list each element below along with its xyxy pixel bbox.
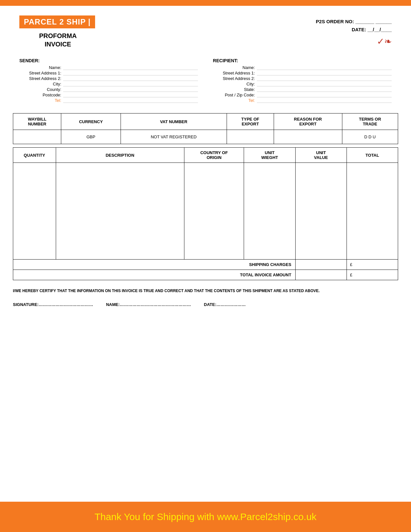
col-waybill: WAYBILLNUMBER <box>13 113 61 130</box>
logo-text: PARCEL 2 SHIP <box>24 17 86 26</box>
sender-postcode-label: Postcode: <box>19 93 61 97</box>
total-value-cell: £ <box>347 270 398 280</box>
shipping-charges-row: SHIPPING CHARGES £ <box>13 260 398 270</box>
qty-1 <box>13 163 56 260</box>
unit-value-1 <box>295 163 347 260</box>
desc-1 <box>56 163 184 260</box>
invoice-title: PROFORMA INVOICE <box>39 32 77 48</box>
recipient-zip-label: Post / Zip Code: <box>213 93 255 97</box>
col-currency: CURRENCY <box>61 113 121 130</box>
waybill-value <box>13 130 61 144</box>
col-type-export: TYPE OFEXPORT <box>227 113 274 130</box>
col-vat: VAT NUMBER <box>121 113 227 130</box>
recipient-city-label: City: <box>213 82 255 86</box>
col-unit-weight: UNITWIEGHT <box>244 148 295 163</box>
col-reason-export: REASON FOREXPORT <box>274 113 342 130</box>
shipping-charges-label: SHIPPING CHARGES <box>13 260 296 270</box>
sender-tel-value <box>63 98 198 103</box>
total-invoice-label: TOTAL INVOICE AMOUNT <box>13 270 296 280</box>
recipient-name-label: Name: <box>213 65 255 70</box>
certification-section: I/WE HEREBY CERTIFY THAT THE INFORMATION… <box>0 283 411 297</box>
recipient-tel-label: Tel: <box>213 98 255 103</box>
order-date-section: P2S ORDER NO: _______ ______ DATE: __/__… <box>316 15 392 47</box>
col-country-origin: COUNTRY OFORIGIN <box>184 148 244 163</box>
recipient-label: RECIPIENT: <box>213 58 392 63</box>
sender-name-value <box>63 65 198 70</box>
recipient-name-value <box>257 65 392 70</box>
upper-table-data-row: GBP NOT VAT REGISTERED D D U <box>13 130 398 144</box>
col-description: DESCRIPTION <box>56 148 184 163</box>
certification-text: I/WE HEREBY CERTIFY THAT THE INFORMATION… <box>13 288 398 294</box>
recipient-state-value <box>257 87 392 92</box>
recipient-block: RECIPIENT: Name: Street Address 1: Stree… <box>213 58 392 103</box>
sender-street2-value <box>63 76 198 81</box>
items-table-container: QUANTITY DESCRIPTION COUNTRY OFORIGIN UN… <box>0 147 411 283</box>
sender-name-label: Name: <box>19 65 61 70</box>
recipient-tel-row: Tel: <box>213 98 392 103</box>
currency-value: GBP <box>61 130 121 144</box>
sender-street2-label: Street Address 2: <box>19 76 61 81</box>
col-quantity: QUANTITY <box>13 148 56 163</box>
upper-table-container: WAYBILLNUMBER CURRENCY VAT NUMBER TYPE O… <box>0 107 411 147</box>
top-orange-bar <box>0 0 411 6</box>
sender-name-row: Name: <box>19 65 198 70</box>
recipient-street1-label: Street Address 1: <box>213 71 255 75</box>
logo-pipe: | <box>86 17 91 26</box>
origin-1 <box>184 163 244 260</box>
sender-county-row: County: <box>19 87 198 92</box>
recipient-street2-label: Street Address 2: <box>213 76 255 81</box>
recipient-city-value <box>257 82 392 86</box>
sender-city-label: City: <box>19 82 61 86</box>
col-terms: TERMS ORTRADE <box>342 113 398 130</box>
type-export-value <box>227 130 274 144</box>
recipient-tel-value <box>257 98 392 103</box>
recipient-zip-row: Post / Zip Code: <box>213 93 392 97</box>
total-weight-cell <box>295 270 347 280</box>
recipient-street1-value <box>257 71 392 75</box>
sender-tel-label: Tel: <box>19 98 61 103</box>
logo: PARCEL 2 SHIP | <box>19 15 96 28</box>
recipient-state-label: State: <box>213 87 255 92</box>
recipient-state-row: State: <box>213 87 392 92</box>
total-invoice-row: TOTAL INVOICE AMOUNT £ <box>13 270 398 280</box>
sender-street1-row: Street Address 1: <box>19 71 198 75</box>
sender-city-value <box>63 82 198 86</box>
sender-street2-row: Street Address 2: <box>19 76 198 81</box>
shipping-value-cell: £ <box>347 260 398 270</box>
recipient-street2-value <box>257 76 392 81</box>
sender-city-row: City: <box>19 82 198 86</box>
sender-tel-row: Tel: <box>19 98 198 103</box>
recipient-name-row: Name: <box>213 65 392 70</box>
sender-county-value <box>63 87 198 92</box>
logo-section: PARCEL 2 SHIP | PROFORMA INVOICE <box>19 15 96 48</box>
recipient-street2-row: Street Address 2: <box>213 76 392 81</box>
sender-street1-label: Street Address 1: <box>19 71 61 75</box>
items-data-row-1 <box>13 163 398 260</box>
terms-value: D D U <box>342 130 398 144</box>
order-number-line: P2S ORDER NO: _______ ______ <box>316 19 392 24</box>
signature-decoration-icon: ✓❧ <box>316 36 392 47</box>
col-total: TOTAL <box>347 148 398 163</box>
signature-line: SIGNATURE:………………………………… NAME:……………………………… <box>0 297 411 313</box>
recipient-zip-value <box>257 93 392 97</box>
sender-county-label: County: <box>19 87 61 92</box>
items-header-row: QUANTITY DESCRIPTION COUNTRY OFORIGIN UN… <box>13 148 398 163</box>
sender-street1-value <box>63 71 198 75</box>
footer-bar: Thank You for Shipping with www.Parcel2s… <box>0 502 411 532</box>
vat-value: NOT VAT REGISTERED <box>121 130 227 144</box>
recipient-street1-row: Street Address 1: <box>213 71 392 75</box>
upper-table-header-row: WAYBILLNUMBER CURRENCY VAT NUMBER TYPE O… <box>13 113 398 130</box>
recipient-city-row: City: <box>213 82 392 86</box>
unit-weight-1 <box>244 163 295 260</box>
col-unit-value: UNITVALUE <box>295 148 347 163</box>
sender-postcode-value <box>63 93 198 97</box>
addresses-section: SENDER: Name: Street Address 1: Street A… <box>0 52 411 107</box>
reason-export-value <box>274 130 342 144</box>
signature-field-label: SIGNATURE:………………………………… <box>13 302 93 307</box>
triangle-pointer-container <box>0 313 411 320</box>
thank-you-text: Thank You for Shipping with www.Parcel2s… <box>13 511 398 522</box>
date-field-label: DATE:………………… <box>204 302 246 307</box>
total-1 <box>347 163 398 260</box>
shipping-weight-cell <box>295 260 347 270</box>
triangle-pointer-icon <box>198 313 213 320</box>
